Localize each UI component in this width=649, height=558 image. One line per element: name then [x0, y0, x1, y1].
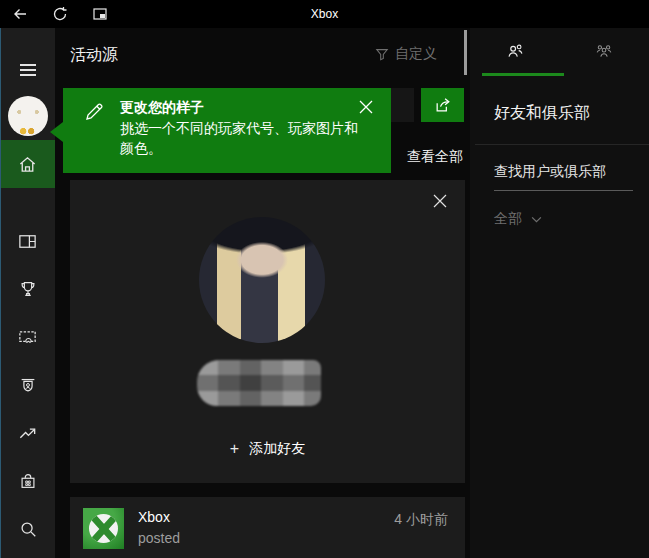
- sidebar-item-home[interactable]: [0, 140, 55, 188]
- toast-text: 更改您的样子 挑选一个不同的玩家代号、玩家图片和颜色。: [120, 97, 362, 158]
- menu-button[interactable]: [0, 46, 55, 94]
- sidebar-item-achievements[interactable]: [0, 265, 55, 313]
- pencil-icon: [83, 101, 105, 123]
- post-timestamp: 4 小时前: [394, 511, 448, 529]
- sidebar-item-avatar-badge[interactable]: [0, 361, 55, 409]
- window-title: Xbox: [0, 7, 649, 21]
- add-friend-button[interactable]: + 添加好友: [70, 440, 465, 458]
- tab-clubs[interactable]: [559, 28, 648, 76]
- suggested-friend-name-blurred: [197, 360, 321, 406]
- tab-friends[interactable]: [470, 28, 559, 76]
- filter-label: 全部: [494, 210, 522, 228]
- avatar-badge-icon: [18, 375, 38, 395]
- trophy-icon: [18, 279, 38, 299]
- friends-icon: [504, 41, 526, 63]
- toast-tail: [50, 122, 63, 142]
- sidebar-item-tiles[interactable]: [0, 217, 55, 265]
- xbox-sphere-logo: [83, 508, 124, 549]
- friends-panel: 好友和俱乐部 全部: [470, 28, 649, 558]
- menu-icon: [17, 59, 39, 81]
- store-icon: [18, 471, 38, 491]
- sidebar-item-store[interactable]: [0, 457, 55, 505]
- search-underline: [494, 190, 633, 191]
- panel-divider: [475, 144, 649, 145]
- add-friend-label: 添加好友: [249, 440, 305, 458]
- sidebar-profile[interactable]: [0, 88, 55, 144]
- home-icon: [17, 154, 38, 175]
- toast-title: 更改您的样子: [120, 97, 362, 117]
- toast-body: 挑选一个不同的玩家代号、玩家图片和颜色。: [120, 118, 362, 158]
- post-author[interactable]: Xbox: [138, 509, 170, 525]
- page-title: 活动源: [70, 45, 118, 66]
- sidebar: [0, 28, 55, 558]
- suggested-friend-card: + 添加好友: [70, 180, 465, 483]
- plus-icon: +: [230, 440, 239, 458]
- share-button[interactable]: [421, 88, 464, 122]
- close-icon[interactable]: [433, 194, 447, 208]
- customize-button[interactable]: 自定义: [375, 45, 437, 63]
- window-edge-accent: [0, 28, 1, 558]
- suggested-friend-avatar[interactable]: [199, 217, 325, 343]
- trends-icon: [17, 423, 38, 444]
- customize-label: 自定义: [395, 45, 437, 63]
- clubs-icon: [593, 41, 615, 63]
- sidebar-item-search[interactable]: [0, 505, 55, 553]
- tiles-icon: [17, 231, 38, 252]
- sidebar-item-console[interactable]: [0, 550, 55, 558]
- change-look-toast[interactable]: 更改您的样子 挑选一个不同的玩家代号、玩家图片和颜色。: [63, 88, 391, 173]
- gamerpic-avatar: [8, 96, 48, 136]
- sidebar-item-trending[interactable]: [0, 409, 55, 457]
- feed-post[interactable]: Xbox posted 4 小时前: [70, 497, 465, 558]
- friends-search-input[interactable]: [494, 158, 636, 184]
- search-icon: [18, 519, 38, 539]
- sidebar-item-captures[interactable]: [0, 313, 55, 361]
- active-tab-underline: [482, 73, 564, 76]
- post-action: posted: [138, 530, 180, 546]
- share-icon: [433, 95, 453, 115]
- filter-funnel-icon: [375, 47, 389, 61]
- view-all-link[interactable]: 查看全部: [407, 148, 463, 166]
- chevron-down-icon: [531, 216, 542, 223]
- close-icon[interactable]: [359, 100, 373, 114]
- friends-heading: 好友和俱乐部: [494, 103, 590, 124]
- friends-panel-tabs: [470, 28, 649, 76]
- capture-icon: [17, 327, 38, 348]
- friends-filter-dropdown[interactable]: 全部: [494, 210, 542, 228]
- title-bar: Xbox: [0, 0, 649, 28]
- scrollbar-thumb[interactable]: [464, 30, 467, 75]
- activity-feed-panel: 活动源 自定义 更改您的样子 挑选一个不同的玩家代号、玩家图片和颜色。 查看全部: [55, 28, 470, 558]
